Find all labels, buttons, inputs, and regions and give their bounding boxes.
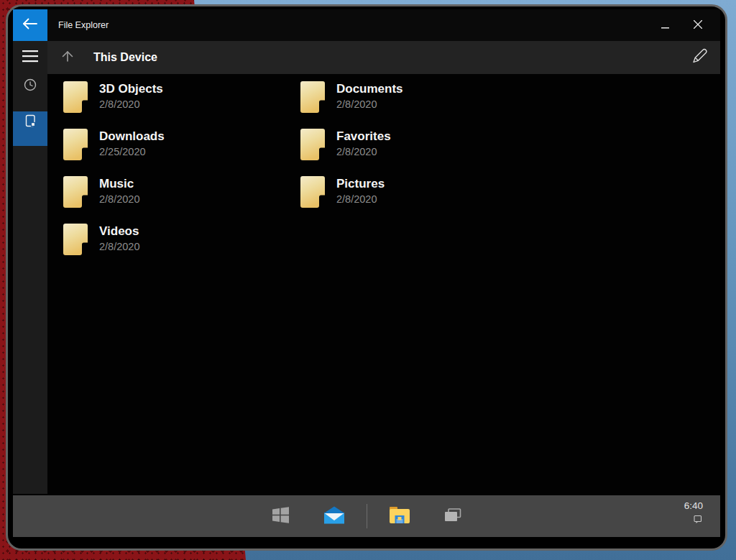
taskbar: 6:40 xyxy=(13,495,720,537)
sidebar-item-this-device[interactable] xyxy=(13,111,47,146)
folder-name: Music xyxy=(99,175,139,192)
up-button[interactable] xyxy=(47,47,88,68)
back-arrow-icon xyxy=(21,16,40,35)
pencil-icon xyxy=(691,47,708,68)
back-button[interactable] xyxy=(13,9,47,41)
folder-view: 3D Objects 2/8/2020 Documents 2/8/2020 D… xyxy=(47,74,720,494)
folder-icon xyxy=(63,81,88,113)
file-explorer-icon xyxy=(388,505,410,528)
minimize-button[interactable] xyxy=(648,9,681,41)
windows-logo-icon xyxy=(272,507,289,526)
close-button[interactable] xyxy=(681,9,714,41)
taskbar-center xyxy=(13,495,720,537)
folder-icon xyxy=(300,81,325,113)
folder-icon xyxy=(63,129,88,160)
sidebar-item-menu[interactable] xyxy=(13,41,47,74)
file-explorer-app-button[interactable] xyxy=(389,504,410,528)
sidebar xyxy=(13,41,47,494)
folder-icon xyxy=(63,224,88,255)
folder-tile[interactable]: Documents 2/8/2020 xyxy=(300,81,538,113)
edit-button[interactable] xyxy=(678,47,720,68)
folder-date: 2/8/2020 xyxy=(99,97,163,111)
action-center-icon[interactable] xyxy=(684,514,702,527)
hamburger-icon xyxy=(22,50,38,65)
task-view-icon xyxy=(444,508,461,525)
up-arrow-icon xyxy=(59,47,76,68)
folder-tile[interactable]: Videos 2/8/2020 xyxy=(63,224,300,255)
folder-name: Videos xyxy=(99,223,139,239)
task-view-button[interactable] xyxy=(442,504,464,528)
window-title: File Explorer xyxy=(58,20,648,30)
folder-tile[interactable]: Favorites 2/8/2020 xyxy=(300,129,538,160)
folder-tile[interactable]: 3D Objects 2/8/2020 xyxy=(63,81,300,113)
mail-icon xyxy=(323,505,346,528)
breadcrumb-location: This Device xyxy=(93,51,678,64)
taskbar-clock[interactable]: 6:40 xyxy=(684,500,703,511)
title-bar: File Explorer xyxy=(13,9,720,41)
navigation-bar: This Device xyxy=(47,41,720,74)
folder-name: 3D Objects xyxy=(99,81,163,97)
folder-tile[interactable]: Music 2/8/2020 xyxy=(63,176,300,208)
minimize-icon xyxy=(661,19,669,32)
mail-app-button[interactable] xyxy=(323,504,345,528)
folder-tile[interactable]: Pictures 2/8/2020 xyxy=(300,176,538,208)
file-explorer-window: File Explorer xyxy=(6,4,727,551)
folder-icon xyxy=(63,176,88,208)
folder-date: 2/8/2020 xyxy=(99,192,139,206)
folder-name: Documents xyxy=(336,81,403,97)
folder-date: 2/8/2020 xyxy=(99,239,139,254)
taskbar-tray: 6:40 xyxy=(684,500,703,527)
folder-date: 2/8/2020 xyxy=(336,144,391,159)
folder-date: 2/8/2020 xyxy=(336,97,403,111)
folder-name: Pictures xyxy=(336,175,385,192)
clock-icon xyxy=(22,77,38,96)
folder-name: Downloads xyxy=(99,128,165,144)
sidebar-item-recent[interactable] xyxy=(13,77,47,111)
folder-date: 2/8/2020 xyxy=(336,192,385,206)
folder-tile[interactable]: Downloads 2/25/2020 xyxy=(63,129,300,160)
start-button[interactable] xyxy=(270,504,292,528)
device-icon xyxy=(21,111,40,133)
folder-icon xyxy=(300,129,325,160)
folder-date: 2/25/2020 xyxy=(99,144,165,159)
folder-icon xyxy=(300,176,325,208)
folder-grid: 3D Objects 2/8/2020 Documents 2/8/2020 D… xyxy=(63,81,720,255)
taskbar-divider xyxy=(367,504,367,528)
close-icon xyxy=(694,19,702,32)
folder-name: Favorites xyxy=(336,128,391,144)
